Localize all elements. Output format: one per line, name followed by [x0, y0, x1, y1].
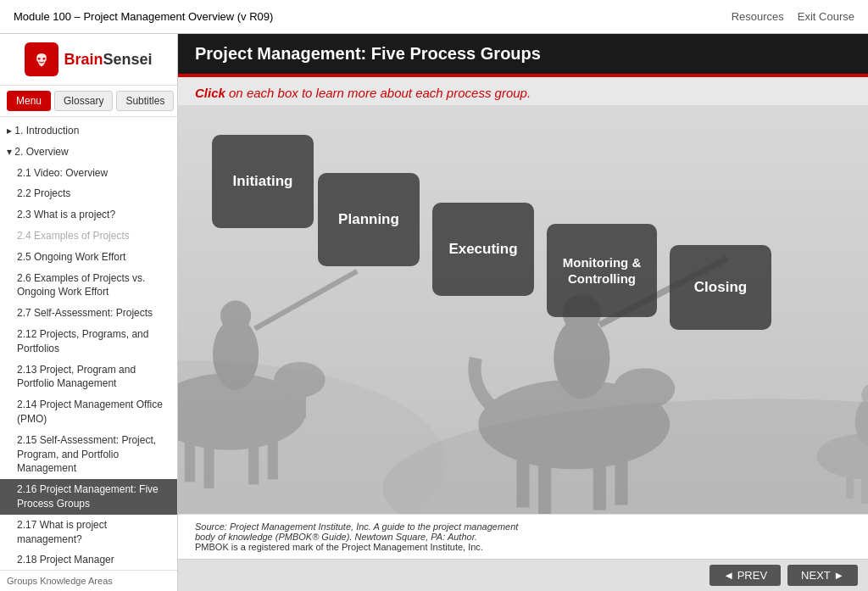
- next-label: NEXT ►: [801, 569, 844, 582]
- source-line-1: Source: Project Management Institute, In…: [195, 521, 851, 532]
- prev-button[interactable]: ◄ PREV: [709, 565, 781, 586]
- top-bar-actions: Resources Exit Course: [732, 10, 854, 23]
- sidebar-item-2-15[interactable]: 2.15 Self-Assessment: Project, Program, …: [0, 430, 177, 479]
- closing-box[interactable]: Closing: [670, 245, 771, 330]
- nav-footer: ◄ PREV NEXT ►: [178, 559, 868, 591]
- svg-point-1: [38, 58, 41, 60]
- module-title: Module 100 – Project Management Overview…: [14, 10, 273, 23]
- resources-link[interactable]: Resources: [732, 10, 784, 23]
- sidebar-item-2-3[interactable]: 2.3 What is a project?: [0, 204, 177, 226]
- sidebar-item-2-18[interactable]: 2.18 Project Manager Competencies: [0, 549, 177, 570]
- subtitles-button[interactable]: Subtitles: [116, 91, 174, 111]
- sidebar-item-2-5[interactable]: 2.5 Ongoing Work Effort: [0, 247, 177, 268]
- sidebar-item-2-7[interactable]: 2.7 Self-Assessment: Projects: [0, 303, 177, 324]
- sidebar-item-2-12[interactable]: 2.12 Projects, Programs, and Portfolios: [0, 324, 177, 360]
- nav-buttons: Menu Glossary Subtitles: [0, 86, 177, 117]
- svg-point-2: [43, 58, 46, 60]
- content-area: Project Management: Five Process Groups …: [178, 34, 868, 591]
- instruction-click: Click: [195, 86, 225, 100]
- executing-box[interactable]: Executing: [432, 203, 534, 296]
- instruction-rest: on each box to learn more about each pro…: [225, 86, 531, 100]
- logo-icon: [25, 42, 58, 76]
- menu-tree: ▸ 1. Introduction ▾ 2. Overview 2.1 Vide…: [0, 117, 177, 570]
- top-bar: Module 100 – Project Management Overview…: [0, 0, 868, 34]
- instruction-text: Click on each box to learn more about ea…: [178, 77, 868, 105]
- initiating-box[interactable]: Initiating: [212, 135, 314, 228]
- source-area: Source: Project Management Institute, In…: [178, 514, 868, 559]
- sidebar-item-2-16[interactable]: 2.16 Project Management: Five Process Gr…: [0, 479, 177, 515]
- next-button[interactable]: NEXT ►: [787, 565, 858, 586]
- logo-text: BrainSensei: [64, 51, 152, 69]
- sidebar-item-2-1[interactable]: 2.1 Video: Overview: [0, 163, 177, 184]
- monitoring-box[interactable]: Monitoring &Controlling: [547, 224, 657, 317]
- sidebar-item-2-4: 2.4 Examples of Projects: [0, 226, 177, 247]
- sidebar-item-2-17[interactable]: 2.17 What is project management?: [0, 515, 177, 550]
- prev-label: ◄ PREV: [723, 569, 767, 582]
- sidebar-item-2-13[interactable]: 2.13 Project, Program and Portfolio Mana…: [0, 360, 177, 395]
- groups-knowledge-label: Groups Knowledge Areas: [7, 576, 113, 586]
- exit-course-link[interactable]: Exit Course: [798, 10, 854, 23]
- sidebar-bottom: Groups Knowledge Areas: [0, 570, 177, 591]
- main-layout: BrainSensei Menu Glossary Subtitles ▸ 1.…: [0, 34, 868, 591]
- source-line-3: PMBOK is a registered mark of the Projec…: [195, 542, 851, 552]
- content-title: Project Management: Five Process Groups: [195, 44, 541, 63]
- planning-box[interactable]: Planning: [318, 173, 420, 266]
- sidebar-item-2-6[interactable]: 2.6 Examples of Projects vs. Ongoing Wor…: [0, 268, 177, 304]
- sidebar-item-2-14[interactable]: 2.14 Project Management Office (PMO): [0, 394, 177, 430]
- content-header: Project Management: Five Process Groups: [178, 34, 868, 74]
- sidebar-item-2-overview[interactable]: ▾ 2. Overview: [0, 142, 177, 163]
- logo-area: BrainSensei: [0, 34, 177, 86]
- sidebar-item-2-2[interactable]: 2.2 Projects: [0, 183, 177, 204]
- sidebar-item-1-introduction[interactable]: ▸ 1. Introduction: [0, 120, 177, 142]
- source-line-2: body of knowledge (PMBOK® Guide). Newtow…: [195, 532, 851, 542]
- process-boxes: Initiating Planning Executing Monitoring…: [178, 105, 868, 514]
- menu-button[interactable]: Menu: [7, 91, 51, 111]
- sidebar: BrainSensei Menu Glossary Subtitles ▸ 1.…: [0, 34, 178, 591]
- glossary-button[interactable]: Glossary: [54, 91, 113, 111]
- process-area: Initiating Planning Executing Monitoring…: [178, 105, 868, 514]
